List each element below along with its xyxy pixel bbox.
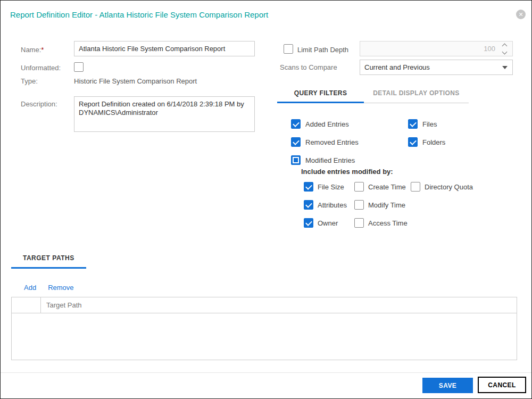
limit-path-depth-label: Limit Path Depth (297, 46, 348, 54)
filter-directory-quota: Directory Quota (411, 182, 473, 192)
save-button[interactable]: SAVE (422, 378, 473, 393)
tab-query-filters[interactable]: QUERY FILTERS (277, 86, 364, 103)
path-depth-field[interactable] (360, 41, 513, 56)
create-time-label: Create Time (368, 183, 406, 191)
table-header-row: Target Path (12, 297, 517, 313)
modified-by-grid: File Size Create Time Directory Quota At… (304, 181, 473, 235)
access-time-checkbox[interactable] (354, 218, 364, 228)
filter-folders: Folders (408, 137, 525, 147)
required-marker: * (41, 46, 44, 54)
modify-time-checkbox[interactable] (354, 200, 364, 210)
filter-modify-time: Modify Time (354, 200, 411, 210)
modified-entries-checkbox[interactable] (291, 155, 301, 165)
directory-quota-label: Directory Quota (425, 183, 473, 191)
filter-row: Removed Entries Folders (291, 136, 525, 148)
limit-path-depth-checkbox[interactable] (284, 44, 293, 54)
filter-owner: Owner (304, 218, 354, 228)
modified-entries-label: Modified Entries (305, 156, 355, 164)
owner-label: Owner (318, 219, 338, 227)
stepper-down-icon[interactable] (502, 49, 507, 54)
modified-by-row: Attributes Modify Time (304, 199, 473, 211)
target-paths-table: Target Path (11, 297, 517, 360)
folders-checkbox[interactable] (408, 137, 418, 147)
filter-modified-entries: Modified Entries (291, 155, 408, 165)
remove-link[interactable]: Remove (48, 284, 73, 292)
directory-quota-checkbox[interactable] (411, 182, 420, 192)
footer-divider (1, 372, 531, 373)
attributes-checkbox[interactable] (304, 200, 313, 210)
stepper-up-icon[interactable] (502, 43, 507, 48)
attributes-label: Attributes (318, 201, 347, 209)
filter-file-size: File Size (304, 182, 354, 192)
modified-by-row: Owner Access Time (304, 217, 473, 229)
modified-by-row: File Size Create Time Directory Quota (304, 181, 473, 193)
added-entries-checkbox[interactable] (291, 119, 301, 129)
selection-column-header (12, 297, 41, 313)
filter-row: Added Entries Files (291, 118, 525, 130)
filter-removed-entries: Removed Entries (291, 137, 408, 147)
target-path-column-header: Target Path (41, 301, 82, 309)
target-path-actions: Add Remove (24, 284, 74, 292)
name-input[interactable] (74, 41, 255, 56)
filter-tabs: QUERY FILTERS DETAIL DISPLAY OPTIONS (277, 86, 469, 103)
description-label: Description: (21, 100, 57, 108)
query-filters-panel: Added Entries Files Removed Entries Fold… (291, 118, 525, 172)
scans-to-compare-dropdown[interactable]: Current and Previous (360, 60, 513, 75)
filter-files: Files (408, 119, 525, 129)
access-time-label: Access Time (368, 219, 408, 227)
description-input[interactable]: Report Definition created on 6/14/2018 2… (74, 96, 255, 132)
filter-row: Modified Entries (291, 154, 525, 166)
added-entries-label: Added Entries (305, 120, 349, 128)
removed-entries-label: Removed Entries (305, 138, 359, 146)
dialog-title: Report Definition Editor - Atlanta Histo… (10, 10, 268, 19)
folders-label: Folders (422, 138, 445, 146)
name-label: Name:* (21, 46, 44, 54)
scans-to-compare-value: Current and Previous (360, 63, 502, 71)
owner-checkbox[interactable] (304, 218, 313, 228)
close-icon[interactable]: ✕ (516, 10, 526, 19)
filter-attributes: Attributes (304, 200, 354, 210)
include-entries-label: Include entries modified by: (301, 168, 393, 176)
path-depth-input[interactable] (360, 44, 498, 53)
tab-target-paths[interactable]: TARGET PATHS (11, 254, 86, 269)
type-value: Historic File System Comparison Report (74, 77, 197, 85)
unformatted-label: Unformatted: (21, 64, 61, 72)
filter-create-time: Create Time (354, 182, 411, 192)
create-time-checkbox[interactable] (354, 182, 364, 192)
filter-added-entries: Added Entries (291, 119, 408, 129)
removed-entries-checkbox[interactable] (291, 137, 301, 147)
modify-time-label: Modify Time (368, 201, 405, 209)
filter-access-time: Access Time (354, 218, 411, 228)
tab-detail-display-options[interactable]: DETAIL DISPLAY OPTIONS (364, 86, 469, 103)
file-size-label: File Size (318, 183, 344, 191)
chevron-down-icon (502, 66, 508, 69)
type-label: Type: (21, 77, 38, 85)
files-label: Files (422, 120, 437, 128)
path-depth-stepper[interactable] (498, 43, 512, 55)
file-size-checkbox[interactable] (304, 182, 313, 192)
files-checkbox[interactable] (408, 119, 418, 129)
add-link[interactable]: Add (24, 284, 36, 292)
scans-to-compare-label: Scans to Compare (280, 63, 337, 71)
cancel-button[interactable]: CANCEL (478, 377, 526, 393)
unformatted-checkbox[interactable] (74, 62, 84, 72)
